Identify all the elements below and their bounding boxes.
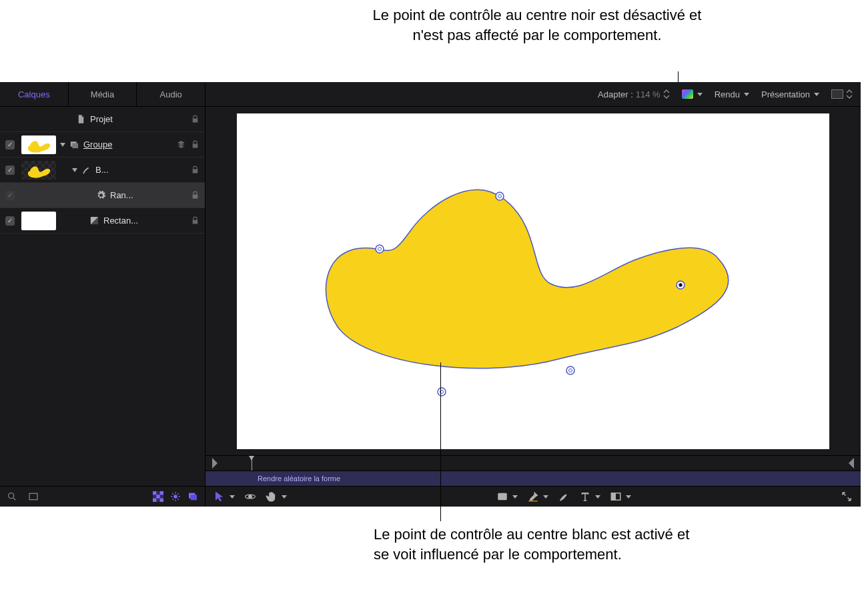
annotation-bottom: Le point de contrôle au centre blanc est… <box>374 525 694 564</box>
svg-rect-16 <box>498 493 507 501</box>
tab-media[interactable]: Média <box>69 82 137 106</box>
visibility-checkbox[interactable]: ✓ <box>5 140 15 150</box>
text-icon <box>579 491 591 503</box>
annotation-top: Le point de contrôle au centre noir est … <box>360 5 714 45</box>
thumbnail-shape <box>21 161 56 180</box>
project-icon <box>76 114 86 124</box>
control-point-active-center <box>378 247 382 250</box>
view-menu[interactable]: Présentation <box>761 89 819 99</box>
zoom-value: 114 % <box>636 89 661 99</box>
render-label: Rendu <box>715 89 740 99</box>
panel-tabs: Calques Média Audio <box>0 82 205 107</box>
lock-icon[interactable] <box>191 140 199 149</box>
sidebar-footer <box>0 486 205 507</box>
disclosure-triangle[interactable] <box>72 168 77 172</box>
visibility-checkbox[interactable]: ✓ <box>5 216 15 226</box>
svg-rect-12 <box>191 495 197 500</box>
disclosure-triangle[interactable] <box>60 143 65 147</box>
svg-rect-7 <box>156 495 159 498</box>
control-point-disabled-center <box>679 283 683 286</box>
orbit-icon <box>244 491 256 503</box>
layer-row-behavior[interactable]: ✓ Ran... <box>0 183 205 208</box>
behavior-label: Ran... <box>110 190 187 200</box>
rainbow-icon <box>682 89 693 99</box>
stack-icon[interactable] <box>177 140 185 149</box>
3d-transform-tool[interactable] <box>244 491 256 503</box>
color-channel-menu[interactable] <box>682 89 703 99</box>
zoom-fit-control[interactable]: Adapter : 114 % <box>598 89 670 99</box>
expand-icon[interactable] <box>841 491 853 503</box>
svg-rect-19 <box>611 493 616 501</box>
project-label: Projet <box>90 114 187 124</box>
fill-icon <box>496 491 508 503</box>
svg-point-10 <box>173 495 177 498</box>
mini-timeline[interactable] <box>205 455 861 471</box>
svg-rect-9 <box>160 499 163 502</box>
stroke-color-control[interactable] <box>527 491 548 503</box>
group-label: Groupe <box>83 139 173 150</box>
in-point-marker[interactable] <box>212 458 218 469</box>
gear-icon <box>96 190 106 200</box>
svg-rect-6 <box>160 491 163 495</box>
lock-icon[interactable] <box>191 191 199 200</box>
text-tool[interactable] <box>579 491 600 503</box>
tab-audio[interactable]: Audio <box>137 82 205 106</box>
canvas[interactable] <box>237 113 829 449</box>
mask-rect-icon <box>610 491 622 503</box>
behavior-track[interactable]: Rendre aléatoire la forme <box>205 471 861 486</box>
gear-icon[interactable] <box>170 491 181 502</box>
search-icon[interactable] <box>7 491 17 502</box>
hand-icon <box>266 491 278 503</box>
stepper-icon <box>846 89 853 99</box>
visibility-checkbox[interactable]: ✓ <box>5 166 15 175</box>
rect-label: Rectan... <box>103 216 187 226</box>
hand-tool[interactable] <box>266 491 287 503</box>
layer-row-group[interactable]: ✓ Groupe <box>0 132 205 158</box>
lock-icon[interactable] <box>191 166 199 174</box>
shape-label: B... <box>95 165 187 175</box>
canvas-wrap <box>205 107 861 455</box>
group-icon <box>69 139 79 150</box>
sidebar: Calques Média Audio Projet ✓ Groupe <box>0 82 205 507</box>
thumbnail-group <box>21 135 56 154</box>
control-point-active-center <box>569 368 572 372</box>
track-label: Rendre aléatoire la forme <box>258 475 340 483</box>
lock-icon[interactable] <box>191 115 199 123</box>
control-point-active-center <box>498 194 502 198</box>
brush-icon <box>81 165 91 175</box>
render-menu[interactable]: Rendu <box>715 89 749 99</box>
mask-icon <box>89 216 99 226</box>
main-area: Adapter : 114 % Rendu Présentation <box>205 82 861 507</box>
lock-icon[interactable] <box>191 216 199 225</box>
visibility-checkbox[interactable]: ✓ <box>5 191 15 200</box>
svg-rect-8 <box>153 499 156 502</box>
pen-nib-icon <box>527 491 539 503</box>
canvas-toolbar <box>205 486 861 507</box>
selection-tool[interactable] <box>213 491 235 503</box>
brush-tool[interactable] <box>558 491 570 503</box>
stepper-icon <box>663 89 670 99</box>
view-label: Présentation <box>761 89 810 99</box>
svg-rect-5 <box>153 491 156 495</box>
stack-icon[interactable] <box>187 491 198 502</box>
layer-row-shape[interactable]: ✓ B... <box>0 158 205 183</box>
brush-icon <box>558 491 570 503</box>
swatch-menu[interactable] <box>831 89 853 99</box>
layer-row-project[interactable]: Projet <box>0 107 205 132</box>
tab-layers[interactable]: Calques <box>0 82 69 106</box>
svg-rect-1 <box>72 143 78 149</box>
mask-tool[interactable] <box>610 491 631 503</box>
playhead[interactable] <box>252 456 252 471</box>
out-point-marker[interactable] <box>849 458 854 469</box>
app-window: Calques Média Audio Projet ✓ Groupe <box>0 82 861 507</box>
checker-icon[interactable] <box>153 491 163 502</box>
arrow-icon <box>213 491 226 503</box>
swatch-icon <box>831 89 843 99</box>
callout-line-bottom <box>440 362 441 521</box>
svg-rect-17 <box>528 501 538 502</box>
layer-row-rect[interactable]: ✓ Rectan... <box>0 208 205 234</box>
viewer-toolbar: Adapter : 114 % Rendu Présentation <box>205 82 861 107</box>
fill-color-control[interactable] <box>496 491 518 503</box>
bezier-shape[interactable] <box>237 113 829 449</box>
frame-icon[interactable] <box>28 491 39 502</box>
